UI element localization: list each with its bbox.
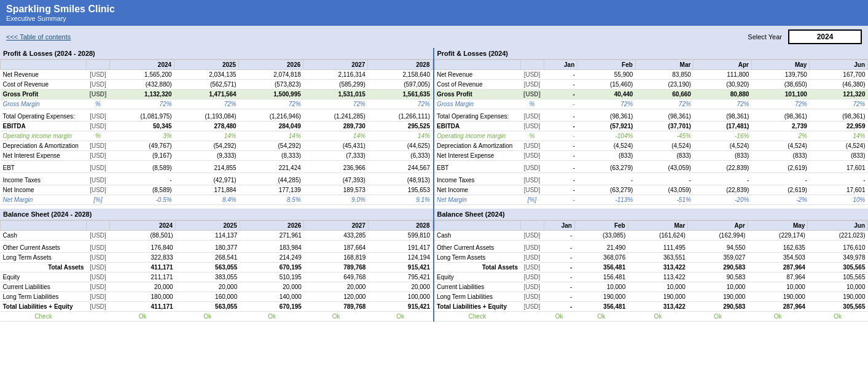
row-value: (161,624) xyxy=(628,231,688,241)
row-value: 649,768 xyxy=(304,273,369,282)
row-value: 433,285 xyxy=(304,231,369,241)
row-value: 789,768 xyxy=(304,263,369,273)
row-value: 287,964 xyxy=(748,302,808,312)
row-value: 139,750 xyxy=(751,70,810,80)
table-row: Net Interest Expense[USD](9,167)(9,333)(… xyxy=(1,151,433,161)
row-unit: [USD] xyxy=(520,273,544,282)
row-value: 189,573 xyxy=(303,185,368,195)
row-value: (1,216,946) xyxy=(239,112,303,122)
row-value: - xyxy=(544,70,577,80)
row-unit: [USD] xyxy=(520,112,544,122)
row-label: Total Liabilities + Equity xyxy=(434,302,520,312)
row-value: (597,005) xyxy=(368,80,432,90)
row-unit: [USD] xyxy=(520,163,544,173)
table-row: EBT[USD](8,589)214,855221,424236,966244,… xyxy=(1,163,433,173)
row-value: (833) xyxy=(577,151,636,161)
row-label: Long Term Assets xyxy=(1,253,87,263)
table-row: Cash[USD](88,501)114,137271,961433,28559… xyxy=(1,231,433,241)
row-value: (45,431) xyxy=(303,141,368,151)
row-unit: [USD] xyxy=(520,141,544,151)
row-unit: % xyxy=(87,131,110,141)
row-value: 111,495 xyxy=(628,243,688,253)
row-label: Depreciation & Amortization xyxy=(434,141,520,151)
row-value: 9.0% xyxy=(303,195,368,205)
row-value: 411,171 xyxy=(110,263,176,273)
table-row: EBT[USD]-(63,279)(43,059)(22,839)(2,619)… xyxy=(434,163,868,173)
row-value: 168,819 xyxy=(304,253,369,263)
row-value: 111,800 xyxy=(694,70,752,80)
row-unit: [%] xyxy=(87,195,110,205)
row-value: 356,481 xyxy=(574,302,628,312)
row-unit: [USD] xyxy=(87,292,110,302)
row-value: (833) xyxy=(694,151,752,161)
row-value: - xyxy=(635,176,694,185)
row-label: Long Term Liabilities xyxy=(1,292,87,302)
table-row: Long Term Assets[USD]322,833268,541214,2… xyxy=(1,253,433,263)
row-label: Cash xyxy=(1,231,87,241)
table-row: Equity[USD]-156,481113,42290,58387,96410… xyxy=(434,273,868,282)
row-value: 349,978 xyxy=(808,253,868,263)
row-value: 90,583 xyxy=(688,273,748,282)
row-value: 101,100 xyxy=(751,90,810,99)
row-value: (8,589) xyxy=(110,185,174,195)
row-value: Ok xyxy=(176,312,240,322)
left-section: Profit & Losses (2024 - 2028) 2024202520… xyxy=(0,48,434,322)
row-value: 72% xyxy=(635,99,694,109)
row-unit: [USD] xyxy=(87,151,110,161)
table-row: Equity[USD]211,171383,055510,195649,7687… xyxy=(1,273,433,282)
row-value: 271,961 xyxy=(240,231,304,241)
year-selector[interactable]: 2024 xyxy=(788,29,862,44)
row-value: - xyxy=(544,151,577,161)
row-label: Net Revenue xyxy=(1,70,87,80)
row-value: (38,650) xyxy=(751,80,810,90)
row-value: 140,000 xyxy=(240,292,304,302)
row-value: 563,055 xyxy=(176,302,240,312)
row-label: Depreciation & Amortization xyxy=(1,141,87,151)
table-row: Net Interest Expense[USD]-(833)(833)(833… xyxy=(434,151,868,161)
row-value: 180,000 xyxy=(110,292,176,302)
row-value: - xyxy=(577,176,636,185)
row-unit: [USD] xyxy=(87,163,110,173)
row-value: 14% xyxy=(303,131,368,141)
row-value: 72% xyxy=(810,99,868,109)
table-row: Operating income margin%--104%-45%-16%2%… xyxy=(434,131,868,141)
row-value: 190,000 xyxy=(808,292,868,302)
row-value: 183,984 xyxy=(240,243,304,253)
row-value: (1,266,111) xyxy=(368,112,432,122)
row-value: 305,565 xyxy=(808,302,868,312)
row-value: (162,994) xyxy=(688,231,748,241)
row-label: EBT xyxy=(434,163,520,173)
row-unit: [USD] xyxy=(520,231,544,241)
row-value: 356,481 xyxy=(574,263,628,273)
app-subtitle: Executive Summary xyxy=(6,15,862,22)
row-value: (43,059) xyxy=(635,185,694,195)
row-value: 1,531,015 xyxy=(303,90,368,99)
row-value: 368,076 xyxy=(574,253,628,263)
row-value: 795,421 xyxy=(368,273,432,282)
row-value: 72% xyxy=(577,99,636,109)
row-value: 87,964 xyxy=(748,273,808,282)
row-label: Operating income margin xyxy=(434,131,520,141)
row-value: 2,739 xyxy=(751,122,810,131)
table-row: Other Current Assets[USD]176,840180,3771… xyxy=(1,243,433,253)
row-value: 10,000 xyxy=(688,282,748,292)
row-value: (4,524) xyxy=(635,141,694,151)
row-unit: [USD] xyxy=(87,263,110,273)
row-value: -0.5% xyxy=(110,195,174,205)
row-value: - xyxy=(544,122,577,131)
table-row: Total Assets[USD]-356,481313,422290,5832… xyxy=(434,263,868,273)
table-row: Cost of Revenue[USD](432,880)(562,571)(5… xyxy=(1,80,433,90)
table-row: Gross Profit[USD]-40,44060,66080,880101,… xyxy=(434,90,868,99)
toc-link[interactable]: <<< Table of contents xyxy=(6,33,71,41)
row-value: - xyxy=(694,176,752,185)
row-label: Cash xyxy=(434,231,520,241)
row-value: 1,561,635 xyxy=(368,90,432,99)
row-value: Ok xyxy=(808,312,868,322)
row-value: - xyxy=(544,253,574,263)
row-value: 94,550 xyxy=(688,243,748,253)
row-value: 190,000 xyxy=(688,292,748,302)
row-unit: [USD] xyxy=(87,185,110,195)
row-label: Net Interest Expense xyxy=(1,151,87,161)
row-value: 180,377 xyxy=(176,243,240,253)
table-row: Gross Profit[USD]1,132,3201,471,5641,500… xyxy=(1,90,433,99)
